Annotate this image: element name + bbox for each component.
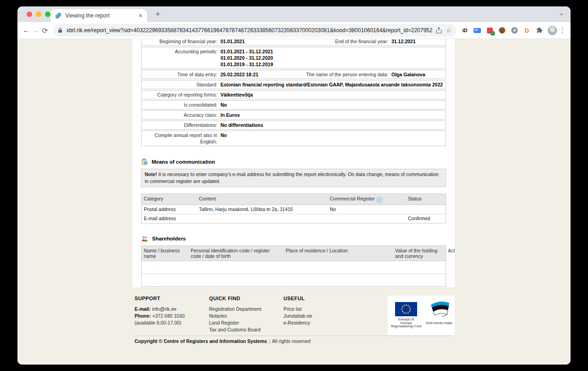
table-row: Accuracy class: In Euros [141,110,446,120]
cookie-extension-icon[interactable] [498,26,506,34]
column-header: Category [141,194,197,205]
table-row: - [141,274,446,286]
browser-tab[interactable]: Viewing the report × [51,9,147,22]
table-row: E-mail address Confirmed [141,214,446,223]
cell-status: Confirmed [406,214,455,223]
row-value: 25.02.2022 18:21 [220,71,299,78]
eu-flag-caption: Euroopa Liit Euroopa Regionaalarengu Fon… [388,318,424,328]
footer-link-juristaitab[interactable]: Juristaitab.ee [283,313,339,320]
row-label: End of the financial year: [299,39,391,45]
note-label: Note! [145,171,157,177]
row-value: No [220,132,227,138]
cell-content [197,214,328,223]
footer-link-tax-customs[interactable]: Tax and Customs Board [209,326,278,333]
column-header: Content [197,194,328,205]
tab-favicon-icon [55,12,62,19]
row-label: Standard: [141,81,220,88]
row-label: Category of reporting forms: [141,91,220,98]
back-button[interactable]: ← [21,26,31,34]
copyright-rights: All rights reserved [272,338,311,344]
footer-link-land-register[interactable]: Land Register [209,320,278,326]
table-row: Postal address Tallinn, Harju maakond, L… [141,205,446,214]
footer-quick-find-column: QUICK FIND Registration Department Notar… [209,296,278,333]
row-value: 01.01.2021 [220,39,299,45]
note-text: It is necessary to enter company's e-mai… [145,171,439,184]
table-row: - [141,261,446,274]
section-title: Shareholders [152,236,186,241]
caption-line: Euroopa [388,321,424,325]
reload-button[interactable]: ⟳ [40,26,50,35]
cell-category: Postal address [141,205,197,214]
browser-menu-icon[interactable]: ⋮ [559,26,566,34]
support-phone-line: Phone: +372 680 3160 (available 9.00-17.… [135,313,206,326]
footer-divider [135,336,452,336]
communication-icon [141,158,148,165]
caption-line: Eesti tuleviku heaks [424,321,455,325]
cell-name: - [154,282,155,285]
minimize-window-button[interactable] [36,11,41,17]
cell-commercial-register: No [328,205,406,214]
table-row: Category of reporting forms: Väikeettevõ… [141,90,446,99]
table-row: Standard: Estonian financial reporting s… [141,80,446,89]
accounting-period: 01.01.2020 - 31.12.2020 [220,55,273,61]
footer-link-notaries[interactable]: Notaries [209,313,278,320]
address-bar[interactable]: xbrl.rik.ee/report_view?sid=403222969335… [53,24,456,37]
column-header: Place of residence / Location [283,246,393,261]
column-header: Personal identification code / register … [188,246,283,261]
table-row: Is consolidated: No [141,100,446,109]
browser-toolbar: ← → ⟳ xbrl.rik.ee/report_view?sid=403222… [17,22,571,39]
communication-table: Category Content Commercial Registeri St… [141,194,446,223]
table-row: Beginning of financial year: 01.01.2021 … [141,39,446,46]
email-link[interactable]: info@rik.ee [152,306,176,312]
footer-heading: QUICK FIND [209,296,278,301]
fullscreen-window-button[interactable] [45,11,51,17]
row-label: Compile annual report also in English: [141,132,220,145]
cell-name: - [154,269,155,272]
row-label: Time of data entry: [141,71,220,78]
card-extension-icon[interactable] [473,26,481,34]
table-row: Accounting periods: 01.01.2021 - 31.12.2… [141,47,446,69]
report-content-card: Beginning of financial year: 01.01.2021 … [132,39,455,287]
cell-commercial-register [328,214,406,223]
page-viewport: Beginning of financial year: 01.01.2021 … [17,39,571,365]
email-label: E-mail: [135,306,151,312]
id-card-extension-icon[interactable]: iD [461,26,469,34]
tab-close-icon[interactable]: × [139,12,142,19]
puzzle-extensions-icon[interactable] [535,26,543,34]
d-extension-icon[interactable]: D [523,26,531,34]
accounting-period: 01.01.2021 - 31.12.2021 [220,48,273,55]
row-value: No differentiations [220,122,263,128]
row-value: 31.12.2021 [391,39,446,45]
footer-link-e-residency[interactable]: e-Residency [283,320,339,326]
bookmark-star-icon[interactable]: ☆ [446,27,452,34]
row-label: Accounting periods: [141,48,220,55]
profile-avatar[interactable] [548,26,557,35]
copyright-owner: Copyright © Centre of Registers and Info… [135,338,267,344]
forward-button[interactable]: → [31,26,40,34]
tab-strip: Viewing the report × + ⌄ [17,6,571,22]
browser-window: Viewing the report × + ⌄ ← → ⟳ xbrl.rik.… [17,6,571,365]
close-window-button[interactable] [27,11,32,17]
table-row: Differentiations: No differentiations [141,120,446,130]
row-value: Olga Galanova [391,71,446,78]
row-value: No [220,102,227,108]
info-icon[interactable]: i [376,197,382,203]
share-icon[interactable] [436,27,442,34]
table-row: Compile annual report also in English: N… [141,131,446,146]
footer-support-column: SUPPORT E-mail: info@rik.ee Phone: +372 … [135,296,206,326]
estonia-flag-logo [428,300,452,320]
phone-label: Phone: [135,313,151,319]
copyright-separator: | [269,338,270,344]
column-header: Name / business name [141,246,188,261]
cell-category: E-mail address [141,214,197,223]
footer-link-price-list[interactable]: Price list [283,306,339,313]
media-extension-icon[interactable] [510,26,519,34]
chevron-down-icon[interactable]: ⌄ [559,9,564,17]
row-value: 01.01.2021 - 31.12.2021 01.01.2020 - 31.… [220,48,273,68]
password-extension-icon[interactable] [486,26,494,34]
report-info-table: Beginning of financial year: 01.01.2021 … [141,39,446,146]
accounting-period: 01.01.2019 - 31.12.2019 [220,61,273,68]
footer-link-registration-department[interactable]: Registration Department [209,306,278,313]
new-tab-button[interactable]: + [152,8,164,20]
row-value: In Euros [220,112,240,118]
